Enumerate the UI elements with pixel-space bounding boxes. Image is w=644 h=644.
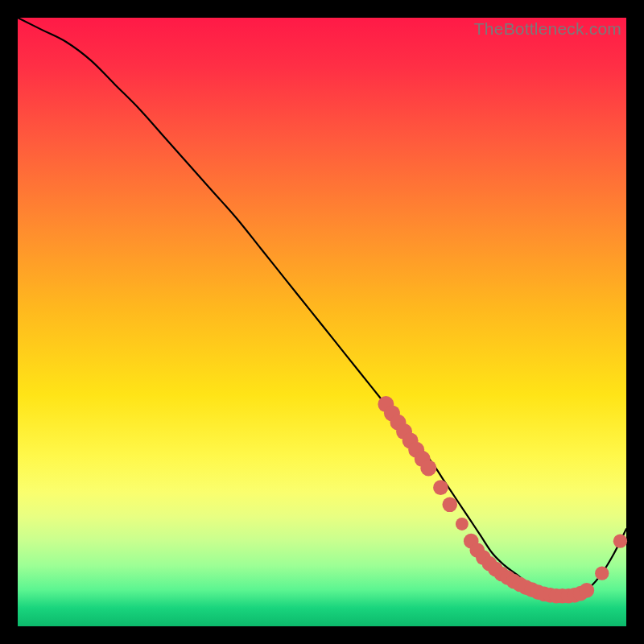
bottleneck-curve [18,18,626,596]
marker-group [378,396,627,603]
data-marker [580,583,595,598]
data-marker [433,480,448,495]
data-marker [613,535,627,548]
data-marker [420,460,436,476]
chart-frame: TheBottleneck.com [18,18,626,626]
chart-svg [18,18,626,626]
data-marker [442,497,457,512]
data-marker [456,518,469,530]
data-marker [595,567,609,580]
